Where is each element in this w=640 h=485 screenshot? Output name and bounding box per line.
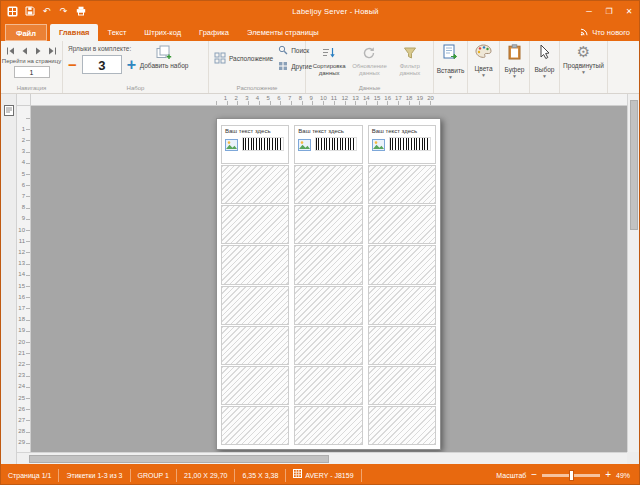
close-button[interactable]: ✕	[619, 1, 639, 21]
group-caption-data: Данные	[306, 84, 433, 93]
label-cell[interactable]	[221, 205, 289, 244]
image-placeholder-icon	[298, 137, 311, 155]
tab-barcode[interactable]: Штрих-код	[135, 24, 190, 41]
ruler-number: 2	[22, 137, 25, 143]
colors-label: Цвета	[474, 65, 492, 72]
first-page-button[interactable]	[5, 45, 16, 56]
status-labels-range: Этикетки 1-3 из 3	[59, 469, 130, 482]
filter-data-button[interactable]: Фильтр данных	[390, 43, 430, 83]
label-cell[interactable]	[221, 366, 289, 405]
status-template[interactable]: AVERY - J8159	[286, 469, 361, 482]
ruler-number: 13	[352, 95, 359, 101]
previous-page-button[interactable]	[19, 45, 30, 56]
label-cell[interactable]	[221, 326, 289, 365]
add-set-button[interactable]: Добавить набор	[139, 43, 189, 74]
zoom-slider[interactable]	[542, 474, 600, 477]
label-cell[interactable]	[294, 245, 362, 284]
label-cell[interactable]	[221, 165, 289, 204]
label-cell[interactable]: Ваш текст здесь	[221, 125, 289, 164]
label-cell[interactable]	[368, 406, 436, 445]
ruler-number: 1	[22, 126, 25, 132]
label-page[interactable]: Ваш текст здесьВаш текст здесьВаш текст …	[216, 118, 441, 450]
tab-home[interactable]: Главная	[50, 24, 99, 41]
increase-set-button[interactable]: +	[127, 59, 136, 71]
ruler-number: 4	[22, 159, 25, 165]
ruler-number: 3	[22, 148, 25, 154]
layout-button[interactable]: Расположение	[212, 52, 275, 65]
label-cell[interactable]	[294, 326, 362, 365]
label-cell[interactable]	[368, 286, 436, 325]
ribbon-group-set: Ярлыки в комплекте: − 3 + Добавить набор…	[63, 41, 209, 93]
zoom-slider-thumb[interactable]	[569, 470, 574, 481]
file-menu-button[interactable]: Файл	[5, 24, 47, 41]
vscroll-thumb[interactable]	[630, 100, 638, 230]
barcode	[315, 137, 357, 151]
statusbar: Страница 1/1 Этикетки 1-3 из 3 GROUP 1 2…	[1, 464, 639, 485]
whats-new-button[interactable]: Что нового	[571, 24, 639, 41]
label-cell[interactable]	[221, 406, 289, 445]
minimize-button[interactable]: ─	[579, 1, 599, 21]
add-set-label: Добавить набор	[140, 62, 189, 70]
advanced-button[interactable]: ⚙ Продвинутый ▼	[560, 41, 608, 93]
scrollbar-corner	[627, 452, 639, 464]
page-number-input[interactable]	[14, 66, 50, 78]
tab-page-elements[interactable]: Элементы страницы	[238, 24, 328, 41]
redo-icon[interactable]: ↷	[57, 4, 70, 18]
label-cell[interactable]	[294, 165, 362, 204]
zoom-in-button[interactable]: +	[605, 470, 611, 480]
hscroll-thumb[interactable]	[29, 455, 329, 463]
label-cell[interactable]	[294, 205, 362, 244]
select-button[interactable]: Выбор ▼	[530, 41, 560, 93]
colors-button[interactable]: Цвета ▼	[468, 41, 500, 93]
save-icon[interactable]	[23, 4, 36, 18]
status-label-size: 6,35 X 3,38	[235, 469, 286, 482]
chevron-down-icon: ▼	[448, 75, 453, 80]
sort-data-button[interactable]: Сортировка данных	[309, 43, 349, 83]
label-cell[interactable]	[368, 205, 436, 244]
label-text: Ваш текст здесь	[372, 128, 432, 135]
decrease-set-button[interactable]: −	[68, 60, 77, 70]
vertical-scrollbar[interactable]	[627, 94, 639, 452]
tab-text[interactable]: Текст	[98, 24, 135, 41]
last-page-button[interactable]	[47, 45, 58, 56]
label-cell[interactable]	[368, 165, 436, 204]
sort-icon	[322, 46, 336, 62]
refresh-data-button[interactable]: Обновление данных	[349, 43, 389, 83]
clipboard-label: Буфер	[505, 66, 525, 73]
ruler-number: 8	[22, 204, 25, 210]
label-cell[interactable]: Ваш текст здесь	[294, 125, 362, 164]
ruler-number: 19	[416, 95, 423, 101]
barcode	[389, 137, 431, 151]
label-cell[interactable]	[368, 245, 436, 284]
insert-button[interactable]: Вставить ▼	[434, 41, 468, 93]
set-count-value[interactable]: 3	[82, 55, 122, 74]
label-cell[interactable]	[221, 286, 289, 325]
zoom-out-button[interactable]: −	[531, 470, 537, 480]
ruler-number: 2	[234, 95, 237, 101]
label-cell[interactable]	[368, 366, 436, 405]
label-cell[interactable]	[294, 406, 362, 445]
panel-toggle-icon[interactable]	[4, 102, 14, 464]
undo-icon[interactable]: ↶	[40, 4, 53, 18]
ribbon: Перейти на страницу Навигация Ярлыки в к…	[1, 41, 639, 94]
next-page-button[interactable]	[33, 45, 44, 56]
label-media	[225, 137, 285, 155]
horizontal-scrollbar[interactable]	[17, 452, 627, 464]
label-cell[interactable]	[294, 286, 362, 325]
hruler-scale: 1234567891011121314151617181920	[216, 94, 441, 105]
side-panel-strip	[1, 94, 17, 464]
group-caption-set: Набор	[63, 84, 208, 93]
print-icon[interactable]	[74, 4, 87, 18]
label-cell[interactable]	[294, 366, 362, 405]
more-grid-icon	[278, 61, 288, 72]
ribbon-tab-bar: Файл Главная Текст Штрих-код Графика Эле…	[1, 21, 639, 41]
label-cell[interactable]: Ваш текст здесь	[368, 125, 436, 164]
tab-graphics[interactable]: Графика	[190, 24, 238, 41]
document-canvas[interactable]: Ваш текст здесьВаш текст здесьВаш текст …	[31, 106, 629, 452]
clipboard-button[interactable]: Буфер ▼	[500, 41, 530, 93]
ruler-number: 12	[18, 249, 25, 255]
label-cell[interactable]	[368, 326, 436, 365]
ruler-number: 29	[18, 439, 25, 445]
label-cell[interactable]	[221, 245, 289, 284]
maximize-button[interactable]: ❐	[599, 1, 619, 21]
